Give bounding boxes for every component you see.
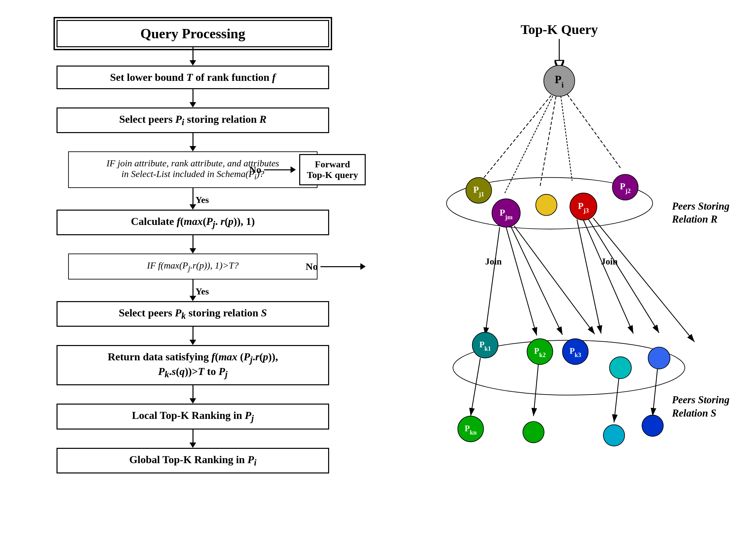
diamond2-row: IF f(max(Pj.r(p)), 1)>T? No [10,253,376,280]
box-select-peers-S: Select peers Pk storing relation S [57,301,329,327]
h-line [264,169,291,170]
node-Pk-blue2 [648,347,670,369]
yes-label1: Yes [195,195,209,205]
svg-line-15 [485,227,500,336]
svg-line-8 [561,96,572,181]
forward-box: ForwardTop-K query [299,154,366,185]
h-line2 [320,266,360,267]
node-pk-green2 [523,422,544,443]
arrow1 [189,47,196,66]
box2-text: Set lower bound T of rank function f [110,71,276,83]
svg-line-27 [471,358,480,416]
box-lower-bound: Set lower bound T of rank function f [57,66,329,89]
arrow-yes1: Yes [189,188,196,209]
arrow5 [189,327,196,345]
box7-text: Local Top-K Ranking in Pj [132,409,254,421]
diamond1-row: IF join attribute, rank attribute, and a… [10,151,376,188]
h-arrowhead2 [360,263,366,270]
svg-line-6 [504,96,553,194]
peers-R-label2: Relation R [672,213,717,225]
node-Pk-cyan [609,357,631,379]
node-Pjm [492,199,520,227]
svg-line-7 [540,96,556,187]
box4-text: Calculate f(max(Pj. r(p)), 1) [131,215,255,227]
box8-text: Global Top-K Ranking in Pi [129,454,257,466]
peers-S-label: Peers Storing [672,394,729,406]
flowchart: Query Processing Set lower bound T of ra… [10,13,376,529]
box3-text: Select peers Pi storing relation R [119,113,266,125]
svg-line-28 [534,364,539,416]
box-return-data: Return data satisfying f(max (Pj.r(p)),P… [57,345,329,385]
box5-text: Select peers Pk storing relation S [119,307,267,319]
svg-line-5 [479,95,551,184]
arrow3 [189,133,196,151]
arrow7 [189,430,196,448]
diamond2: IF f(max(Pj.r(p)), 1)>T? [68,253,317,280]
node-pk-cyan2 [603,425,625,446]
box-select-peers-R: Select peers Pi storing relation R [57,107,329,133]
yes-label2: Yes [195,286,209,297]
arrow6 [189,385,196,404]
arrow2 [189,89,196,107]
arrow-yes2: Yes [189,280,196,301]
box-local-ranking: Local Top-K Ranking in Pj [57,404,329,429]
no-label2: No [306,261,318,272]
diagram-title: Top-K Query [521,22,598,37]
svg-line-30 [653,369,658,416]
arrow4 [189,235,196,253]
svg-line-9 [567,94,620,168]
svg-line-16 [506,227,537,336]
node-pk-blue3 [642,415,663,437]
title-text: Query Processing [140,26,245,41]
node-Pj-yellow [536,194,557,215]
svg-line-29 [614,378,619,423]
svg-line-21 [588,219,659,333]
box6-text: Return data satisfying f(max (Pj.r(p)),P… [108,351,278,377]
box-calculate: Calculate f(max(Pj. r(p)), 1) [57,209,329,235]
no-label: No [249,164,261,175]
svg-line-19 [577,219,601,334]
forward-text: ForwardTop-K query [307,159,358,180]
no-branch-right: No ForwardTop-K query [249,154,366,185]
svg-line-22 [593,218,694,342]
title-box: Query Processing [57,20,329,47]
peers-S-label2: Relation S [672,407,716,419]
peers-R-label: Peers Storing [672,200,729,212]
box-global-ranking: Global Top-K Ranking in Pi [57,448,329,474]
network-diagram: Top-K Query Pi [376,13,746,529]
join-label1: Join [485,256,502,266]
h-arrowhead [291,166,296,173]
no-branch2-right: No [306,261,366,272]
